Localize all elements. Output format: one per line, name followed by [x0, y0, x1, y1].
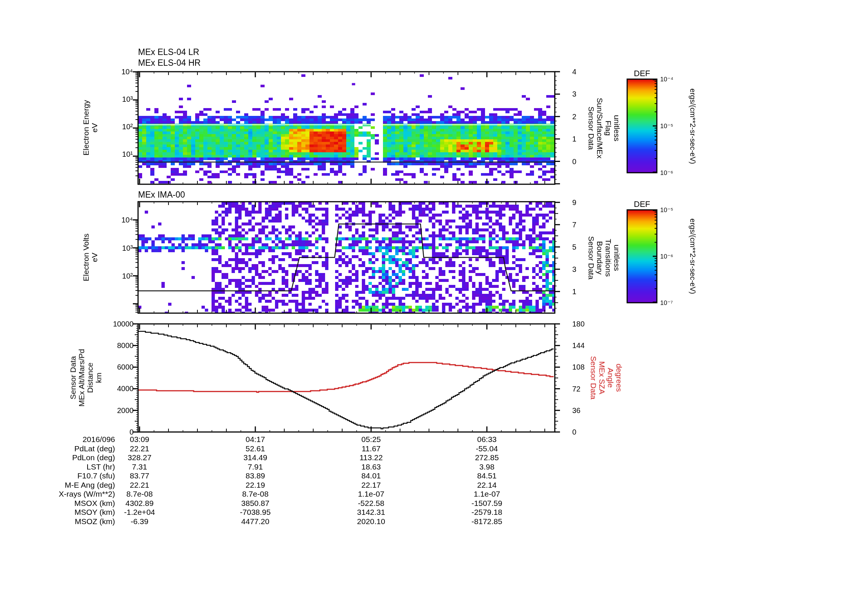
table-cell: 05:25: [338, 435, 405, 444]
figure-root: MEx ELS-04 LR MEx ELS-04 HR MEx IMA-00 E…: [0, 0, 868, 614]
axis-label-line: Electron Energy: [82, 100, 90, 155]
timeseries-canvas: [138, 324, 555, 432]
table-cell: -6.39: [106, 517, 173, 526]
axis-label-line: unitless: [613, 244, 621, 271]
axis-label-line: MEx Alt/Mars/Pd: [77, 349, 86, 406]
table-cell: 3142.31: [338, 508, 405, 517]
table-row-label: F10.7 (sfu): [22, 471, 115, 480]
table-cell: 3850.87: [222, 499, 289, 508]
colorbar-tick-label: 10⁻⁵: [660, 206, 673, 214]
table-cell: 11.67: [338, 444, 405, 453]
els-ytick-label: 10³: [104, 95, 133, 104]
ima-rtick-label: 7: [572, 221, 595, 229]
els-right-axis-label: Sensor Data Sun/Surface/MEx Flag unitles…: [587, 98, 621, 158]
ts-ytick-label: 6000: [93, 363, 133, 372]
axis-label-line: Flag: [604, 121, 613, 136]
table-cell: 03:09: [106, 435, 173, 444]
table-cell: 22.19: [222, 481, 289, 490]
table-row-label: MSOZ (km): [22, 517, 115, 526]
table-cell: 2020.10: [338, 517, 405, 526]
els-ytick-label: 10¹: [104, 150, 133, 159]
table-cell: 83.77: [106, 471, 173, 480]
table-cell: -8172.85: [454, 517, 520, 526]
els-spectrogram-canvas: [138, 72, 555, 184]
ima-rtick-label: 3: [572, 265, 595, 274]
table-cell: 314.49: [222, 453, 289, 462]
colorbar-unit-2: ergs/(cm**2-sr-sec-eV): [688, 218, 697, 294]
els-rtick-label: 2: [572, 113, 595, 121]
table-cell: -2579.18: [454, 508, 520, 517]
colorbar-tick-label: 10⁻⁴: [660, 75, 673, 83]
axis-label-line: MEx SZA: [598, 361, 606, 395]
table-cell: 7.31: [106, 462, 173, 471]
colorbar-title-1: DEF: [623, 69, 660, 78]
table-cell: 113.22: [338, 453, 405, 462]
colorbar-def-1: [627, 79, 657, 173]
table-cell: 52.61: [222, 444, 289, 453]
table-cell: 8.7e-08: [222, 490, 289, 499]
table-row-label: MSOY (km): [22, 508, 115, 517]
table-cell: 22.17: [338, 481, 405, 490]
table-cell: 328.27: [106, 453, 173, 462]
table-cell: -1.2e+04: [106, 508, 173, 517]
axis-label-line: Angle: [606, 368, 615, 388]
table-cell: -1507.59: [454, 499, 520, 508]
table-cell: 22.21: [106, 444, 173, 453]
table-row-label: PdLat (deg): [22, 444, 115, 453]
ts-y-axis-label: Sensor Data MEx Alt/Mars/Pd Distance km: [69, 349, 103, 406]
table-cell: 1.1e-07: [454, 490, 520, 499]
table-cell: 22.14: [454, 481, 520, 490]
table-cell: -55.04: [454, 444, 520, 453]
ts-rtick-label: 0: [572, 428, 595, 437]
table-row-label: 2016/096: [22, 435, 115, 444]
table-cell: 4477.20: [222, 517, 289, 526]
table-cell: 7.91: [222, 462, 289, 471]
els-ytick-label: 10²: [104, 123, 133, 131]
ima-ytick-label: 10³: [104, 244, 133, 253]
axis-label-line: Sensor Data: [69, 356, 77, 399]
colorbar-tick-label: 10⁻⁷: [660, 299, 673, 307]
axis-label-line: eV: [90, 253, 99, 262]
els-rtick-label: 1: [572, 135, 595, 143]
ts-ytick-label: 10000: [93, 320, 133, 328]
ts-rtick-label: 108: [572, 363, 595, 372]
axis-label-line: Sun/Surface/MEx: [595, 98, 604, 158]
ima-ytick-label: 10²: [104, 272, 133, 280]
table-cell: 06:33: [454, 435, 520, 444]
colorbar-unit-1: ergs/(cm**2-sr-sec-eV): [688, 89, 697, 164]
table-cell: 83.89: [222, 471, 289, 480]
ima-spectrogram-canvas: [138, 202, 555, 313]
els-rtick-label: 0: [572, 157, 595, 166]
els-rtick-label: 4: [572, 68, 595, 76]
table-cell: -522.58: [338, 499, 405, 508]
ima-rtick-label: 1: [572, 288, 595, 296]
axis-label-line: unitless: [613, 115, 621, 141]
table-cell: 3.98: [454, 462, 520, 471]
ima-y-axis-label: Electron Volts eV: [82, 234, 99, 281]
els-ytick-label: 10⁴: [104, 68, 133, 76]
els-title-lr: MEx ELS-04 LR: [138, 47, 199, 57]
table-row-label: M-E Ang (deg): [22, 481, 115, 490]
table-cell: 84.01: [338, 471, 405, 480]
axis-label-line: eV: [90, 123, 99, 133]
ts-rtick-label: 72: [572, 385, 595, 393]
axis-label-line: Transitions: [604, 239, 613, 277]
table-cell: 22.21: [106, 481, 173, 490]
table-cell: 04:17: [222, 435, 289, 444]
colorbar-tick-label: 10⁻⁶: [660, 253, 673, 260]
colorbar-title-2: DEF: [623, 199, 660, 209]
ima-ytick-label: 10⁴: [104, 216, 133, 224]
table-cell: 272.85: [454, 453, 520, 462]
ima-rtick-label: 9: [572, 198, 595, 207]
ts-ytick-label: 2000: [93, 406, 133, 415]
els-y-axis-label: Electron Energy eV: [82, 100, 99, 155]
table-cell: -7038.95: [222, 508, 289, 517]
table-row-label: MSOX (km): [22, 499, 115, 508]
els-rtick-label: 3: [572, 90, 595, 98]
ts-rtick-label: 36: [572, 406, 595, 415]
ts-ytick-label: 8000: [93, 341, 133, 350]
els-title-hr: MEx ELS-04 HR: [138, 58, 201, 68]
ima-rtick-label: 5: [572, 243, 595, 252]
table-cell: 8.7e-08: [106, 490, 173, 499]
colorbar-def-2: [627, 210, 657, 303]
